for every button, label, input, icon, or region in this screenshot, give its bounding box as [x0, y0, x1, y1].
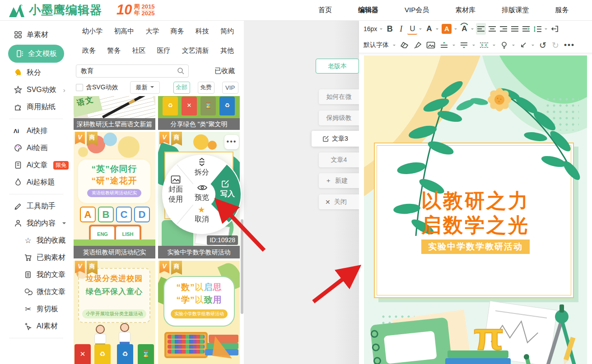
sidebar-item-purchased[interactable]: 已购素材	[0, 249, 72, 266]
category-artistic[interactable]: 文艺清新	[182, 46, 209, 55]
chevron-down-icon[interactable]	[452, 45, 455, 47]
tab-article-3-active[interactable]: 文章3	[312, 131, 359, 147]
write-icon[interactable]	[221, 180, 229, 188]
align-left-button[interactable]	[476, 23, 486, 35]
category-preschool[interactable]: 幼小学	[82, 27, 103, 36]
card-more-button[interactable]: •••	[224, 135, 239, 149]
filter-free-button[interactable]: 免费	[198, 82, 214, 94]
font-family-select[interactable]: 默认字体	[363, 39, 390, 51]
nav-layout-course[interactable]: 排版课堂	[502, 6, 529, 14]
insert-break-button[interactable]	[550, 23, 559, 35]
nav-service[interactable]: 服务	[555, 6, 569, 14]
category-university[interactable]: 大学	[145, 27, 159, 36]
sidebar-item-ai-material[interactable]: AI素材	[0, 318, 72, 335]
insert-image-button[interactable]	[425, 39, 436, 51]
sidebar-item-wechat-articles[interactable]: 微信文章	[0, 283, 72, 300]
clear-format-button[interactable]	[399, 39, 410, 51]
tab-close-button[interactable]: ✕ 关闭	[319, 194, 359, 209]
logo[interactable]: 小墨鹰编辑器	[8, 2, 102, 18]
category-other[interactable]: 其他	[220, 46, 234, 55]
category-police[interactable]: 警务	[107, 46, 121, 55]
nav-home[interactable]: 首页	[318, 6, 332, 14]
pie-cover-use-button[interactable]: 封面	[168, 185, 183, 194]
category-government[interactable]: 政务	[82, 46, 96, 55]
template-card-chinese[interactable]: 语文 深耕教研沃土擘画语文新篇	[74, 96, 155, 130]
format-painter-button[interactable]	[412, 39, 423, 51]
tab-new-button[interactable]: ＋ 新建	[319, 173, 359, 188]
sidebar-item-svg-effects[interactable]: s SVG动效 ›	[0, 81, 72, 98]
letter-spacing-button[interactable]	[479, 39, 489, 51]
split-icon[interactable]	[197, 157, 207, 167]
sidebar-item-my-articles[interactable]: 我的文章	[0, 266, 72, 283]
chevron-down-icon[interactable]	[393, 45, 396, 47]
category-highschool[interactable]: 初高中	[114, 27, 134, 36]
pie-preview-button[interactable]: 预览	[195, 193, 209, 203]
search-icon[interactable]	[177, 67, 185, 75]
chevron-down-icon[interactable]	[380, 28, 382, 31]
chevron-down-icon[interactable]	[454, 28, 457, 31]
nav-vip[interactable]: VIP会员	[405, 6, 429, 14]
pie-cancel-button[interactable]: 取消	[195, 215, 209, 224]
category-tech[interactable]: 科技	[196, 27, 209, 36]
chevron-down-icon[interactable]	[436, 28, 438, 31]
sort-dropdown[interactable]: 最新	[130, 81, 160, 94]
margin-bottom-button[interactable]	[459, 39, 469, 51]
italic-button[interactable]: I	[396, 23, 406, 35]
category-medical[interactable]: 医疗	[157, 46, 171, 55]
chevron-down-icon[interactable]	[471, 28, 474, 31]
sidebar-item-single-material[interactable]: 单素材	[0, 26, 72, 43]
nav-material-library[interactable]: 素材库	[455, 6, 475, 14]
font-color-button[interactable]: A	[424, 23, 434, 35]
bold-button[interactable]: B	[385, 23, 395, 35]
sidebar-item-tool-assistant[interactable]: 工具助手	[0, 198, 72, 215]
tab-article-2[interactable]: 保姆级教	[319, 111, 359, 125]
sidebar-item-ai-title[interactable]: Ai起标题	[0, 174, 72, 191]
undo-button[interactable]: ↺	[538, 39, 548, 51]
filter-all-button[interactable]: 全部	[173, 82, 190, 94]
underline-button[interactable]: U	[407, 23, 417, 35]
sidebar-item-ai-painting[interactable]: Ai绘画	[0, 139, 72, 157]
category-simple[interactable]: 简约	[220, 27, 234, 36]
more-tools-button[interactable]: •••	[563, 39, 576, 51]
sidebar-item-full-templates[interactable]: 全文模板	[8, 45, 64, 63]
indent-button[interactable]	[521, 23, 531, 35]
template-card-math-middle[interactable]: V 商 ••• ID:10928	[158, 132, 240, 258]
filter-vip-button[interactable]: VIP	[222, 82, 238, 94]
sidebar-item-commercial-stickers[interactable]: 商用贴纸	[0, 98, 72, 115]
text-effect-button[interactable]: A	[459, 23, 469, 35]
chevron-down-icon[interactable]	[419, 28, 422, 31]
template-card-garbage-sorting[interactable]: V 商 垃圾分类进校园 绿色环保入童心 小学开展垃圾分类主题活动 ✕ ♻ ♻ ⌛	[74, 261, 155, 364]
nav-editor[interactable]: 编辑器	[358, 6, 378, 14]
font-size-select[interactable]: 16px	[363, 23, 378, 35]
sidebar-item-autumn[interactable]: 秋分	[0, 64, 72, 81]
collected-link[interactable]: 已收藏	[214, 67, 235, 75]
pie-split-button[interactable]: 拆分	[195, 168, 209, 177]
favorite-star-icon[interactable]: ★	[198, 205, 205, 215]
template-card-math-primary[interactable]: V 商 “数”以启思 “学”以致用 实验小学数学组教研活动	[158, 261, 240, 364]
highlight-lamp-button[interactable]	[499, 39, 509, 51]
svg-effect-checkbox[interactable]	[76, 84, 83, 91]
category-business[interactable]: 商务	[171, 27, 184, 36]
category-community[interactable]: 社区	[132, 46, 145, 55]
margin-top-button[interactable]	[439, 39, 449, 51]
align-justify-button[interactable]	[510, 23, 520, 35]
align-right-button[interactable]	[499, 23, 508, 35]
chevron-down-icon[interactable]	[493, 45, 495, 47]
chevron-down-icon[interactable]	[545, 28, 547, 31]
pie-write-button[interactable]: 写入	[220, 189, 235, 199]
chevron-down-icon[interactable]	[512, 45, 515, 47]
redo-button[interactable]: ↻	[550, 39, 560, 51]
editor-canvas[interactable]: 以教研之力 启数学之光 实验中学数学教研活动	[359, 53, 592, 364]
sidebar-item-ai-quick-layout[interactable]: Λi Ai快排	[0, 122, 72, 139]
line-height-button[interactable]	[532, 23, 543, 35]
tab-article-1[interactable]: 如何在微	[319, 89, 359, 104]
sidebar-item-my-content[interactable]: 我的内容	[0, 215, 72, 232]
chevron-down-icon[interactable]	[472, 45, 475, 47]
template-card-english[interactable]: V 商 “英”你同行 “研”途花开 英语组教研周活动纪实 A B C D	[74, 132, 155, 258]
tab-old-version[interactable]: 老版本	[316, 59, 359, 74]
sidebar-item-my-favorites[interactable]: ☆ 我的收藏	[0, 232, 72, 249]
sidebar-item-ai-article[interactable]: Ai文章 限免	[0, 157, 72, 174]
pie-cover-use-button-line2[interactable]: 使用	[168, 195, 183, 204]
image-icon[interactable]	[171, 175, 181, 184]
template-card-green-sort[interactable]: ♻ ✕ ⌛ ♻ 分享绿色 "类"聚文明	[158, 96, 240, 130]
